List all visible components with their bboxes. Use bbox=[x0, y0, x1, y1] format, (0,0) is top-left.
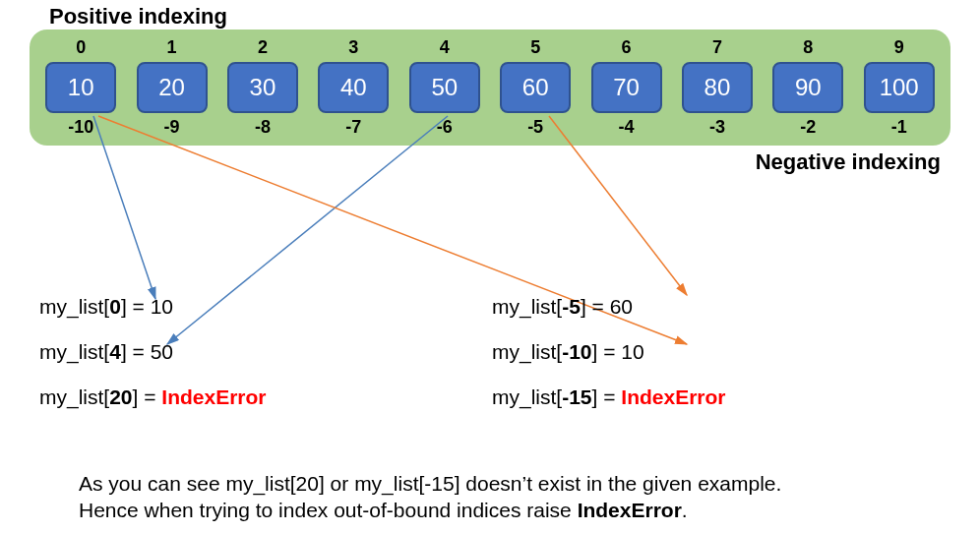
positive-index: 7 bbox=[712, 37, 722, 58]
expr-value: 10 bbox=[151, 295, 173, 318]
expr-post: ] = bbox=[133, 385, 162, 408]
expr-pre: my_list[ bbox=[492, 385, 562, 408]
expr-value: 50 bbox=[151, 340, 173, 363]
array-cell: 60 bbox=[500, 62, 571, 113]
negative-index: -6 bbox=[437, 117, 453, 138]
negative-index: -10 bbox=[68, 117, 93, 138]
positive-index: 0 bbox=[76, 37, 86, 58]
negative-indexing-label: Negative indexing bbox=[756, 149, 941, 175]
negative-index: -3 bbox=[709, 117, 725, 138]
negative-index: -7 bbox=[345, 117, 361, 138]
array-slot: 010-10 bbox=[36, 37, 125, 138]
expr-index: 20 bbox=[109, 385, 132, 408]
expr-post: ] = bbox=[121, 295, 151, 318]
array-slot: 450-6 bbox=[400, 37, 489, 138]
array-slot: 340-7 bbox=[309, 37, 398, 138]
expr-value: 10 bbox=[621, 340, 643, 363]
array-slot: 9100-1 bbox=[855, 37, 944, 138]
array-cell: 10 bbox=[45, 62, 116, 113]
array-cell: 30 bbox=[227, 62, 298, 113]
array-slot: 560-5 bbox=[491, 37, 580, 138]
footer-indexerror: IndexError bbox=[578, 499, 682, 521]
negative-index: -4 bbox=[619, 117, 635, 138]
examples-negative-col: my_list[-5] = 60my_list[-10] = 10my_list… bbox=[492, 295, 945, 431]
array-slot: 780-3 bbox=[673, 37, 762, 138]
positive-index: 4 bbox=[440, 37, 450, 58]
array-container: 010-10120-9230-8340-7450-6560-5670-4780-… bbox=[30, 30, 950, 146]
array-cell: 20 bbox=[137, 62, 208, 113]
expr-post: ] = bbox=[592, 385, 622, 408]
example-positive: my_list[4] = 50 bbox=[39, 340, 492, 364]
positive-index: 9 bbox=[894, 37, 904, 58]
expr-value: 60 bbox=[610, 295, 633, 318]
positive-indexing-label: Positive indexing bbox=[49, 4, 227, 30]
expr-post: ] = bbox=[581, 295, 610, 318]
expr-post: ] = bbox=[592, 340, 622, 363]
negative-index: -2 bbox=[800, 117, 816, 138]
array-slot: 890-2 bbox=[764, 37, 852, 138]
positive-index: 5 bbox=[530, 37, 540, 58]
example-negative: my_list[-15] = IndexError bbox=[492, 385, 945, 409]
array-slot: 120-9 bbox=[128, 37, 216, 138]
footer-line2a: Hence when trying to index out-of-bound … bbox=[79, 499, 578, 521]
array-cell: 40 bbox=[318, 62, 389, 113]
expr-index: -15 bbox=[562, 385, 591, 408]
expr-pre: my_list[ bbox=[39, 385, 109, 408]
negative-index: -1 bbox=[891, 117, 907, 138]
example-positive: my_list[20] = IndexError bbox=[39, 385, 492, 409]
array-cell: 70 bbox=[591, 62, 662, 113]
examples-section: my_list[0] = 10my_list[4] = 50my_list[20… bbox=[39, 295, 945, 431]
examples-positive-col: my_list[0] = 10my_list[4] = 50my_list[20… bbox=[39, 295, 492, 431]
example-positive: my_list[0] = 10 bbox=[39, 295, 492, 319]
expr-index: -5 bbox=[562, 295, 581, 318]
expr-post: ] = bbox=[121, 340, 151, 363]
expr-pre: my_list[ bbox=[492, 340, 562, 363]
positive-index: 3 bbox=[348, 37, 358, 58]
expr-index: -10 bbox=[562, 340, 591, 363]
expr-index: 0 bbox=[109, 295, 121, 318]
positive-index: 2 bbox=[258, 37, 268, 58]
array-slot: 670-4 bbox=[582, 37, 671, 138]
positive-index: 1 bbox=[167, 37, 177, 58]
expr-pre: my_list[ bbox=[39, 295, 109, 318]
array-cell: 90 bbox=[772, 62, 843, 113]
expr-pre: my_list[ bbox=[492, 295, 562, 318]
positive-index: 8 bbox=[803, 37, 813, 58]
negative-index: -8 bbox=[255, 117, 271, 138]
expr-error: IndexError bbox=[161, 385, 266, 408]
expr-index: 4 bbox=[109, 340, 121, 363]
array-slot: 230-8 bbox=[218, 37, 307, 138]
array-cell: 50 bbox=[409, 62, 480, 113]
example-negative: my_list[-5] = 60 bbox=[492, 295, 945, 319]
positive-index: 6 bbox=[622, 37, 632, 58]
array-cell: 80 bbox=[682, 62, 753, 113]
array-cell: 100 bbox=[864, 62, 935, 113]
expr-error: IndexError bbox=[621, 385, 725, 408]
footer-line2c: . bbox=[682, 499, 688, 521]
expr-pre: my_list[ bbox=[39, 340, 109, 363]
example-negative: my_list[-10] = 10 bbox=[492, 340, 945, 364]
footer-note: As you can see my_list[20] or my_list[-1… bbox=[79, 470, 925, 524]
negative-index: -9 bbox=[164, 117, 180, 138]
footer-line1: As you can see my_list[20] or my_list[-1… bbox=[79, 472, 781, 495]
negative-index: -5 bbox=[527, 117, 543, 138]
